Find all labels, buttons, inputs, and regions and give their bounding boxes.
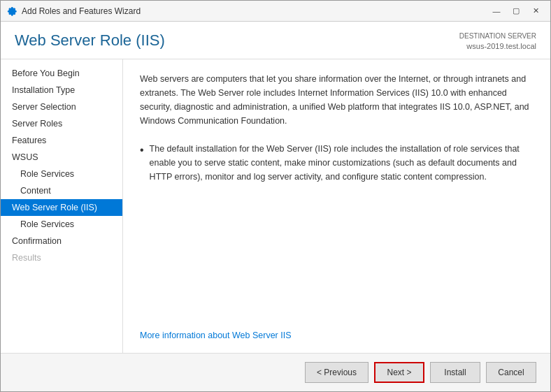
sidebar-item-confirmation[interactable]: Confirmation [1, 233, 122, 249]
sidebar: Before You Begin Installation Type Serve… [1, 59, 123, 353]
page-title: Web Server Role (IIS) [15, 31, 165, 50]
title-bar: Add Roles and Features Wizard — ▢ ✕ [1, 1, 550, 22]
sidebar-item-installation-type[interactable]: Installation Type [1, 82, 122, 99]
sidebar-item-server-roles[interactable]: Server Roles [1, 115, 122, 132]
sidebar-item-features[interactable]: Features [1, 132, 122, 149]
destination-server-info: DESTINATION SERVER wsus-2019.test.local [459, 31, 536, 52]
sidebar-item-before-you-begin[interactable]: Before You Begin [1, 65, 122, 82]
minimize-button[interactable]: — [487, 4, 506, 18]
bullet-section: • The default installation for the Web S… [140, 142, 534, 184]
maximize-button[interactable]: ▢ [507, 4, 525, 18]
wizard-window: Add Roles and Features Wizard — ▢ ✕ Web … [0, 0, 551, 392]
sidebar-item-server-selection[interactable]: Server Selection [1, 99, 122, 115]
cancel-button[interactable]: Cancel [486, 362, 536, 383]
footer: < Previous Next > Install Cancel [1, 353, 550, 391]
sidebar-item-web-server-role-iis[interactable]: Web Server Role (IIS) [1, 199, 122, 216]
close-button[interactable]: ✕ [527, 4, 545, 18]
more-info-link[interactable]: More information about Web Server IIS [140, 331, 534, 340]
window-controls: — ▢ ✕ [487, 4, 545, 18]
sidebar-item-wsus[interactable]: WSUS [1, 149, 122, 166]
previous-button[interactable]: < Previous [305, 362, 368, 383]
bullet-dot: • [140, 143, 144, 158]
install-button[interactable]: Install [430, 362, 480, 383]
next-button[interactable]: Next > [374, 362, 424, 383]
content-area: Before You Begin Installation Type Serve… [1, 59, 550, 353]
sidebar-item-role-services-2[interactable]: Role Services [1, 216, 122, 233]
destination-label: DESTINATION SERVER [459, 31, 536, 41]
bullet-item: • The default installation for the Web S… [140, 142, 534, 184]
sidebar-item-role-services-1[interactable]: Role Services [1, 166, 122, 182]
intro-paragraph: Web servers are computers that let you s… [140, 72, 534, 128]
destination-server-name: wsus-2019.test.local [459, 41, 536, 52]
sidebar-item-content[interactable]: Content [1, 182, 122, 199]
page-header: Web Server Role (IIS) DESTINATION SERVER… [1, 22, 550, 59]
main-content: Web servers are computers that let you s… [123, 59, 550, 353]
bullet-text: The default installation for the Web Ser… [150, 142, 534, 184]
window-title: Add Roles and Features Wizard [22, 6, 487, 16]
window-icon [6, 6, 17, 17]
sidebar-item-results: Results [1, 249, 122, 266]
